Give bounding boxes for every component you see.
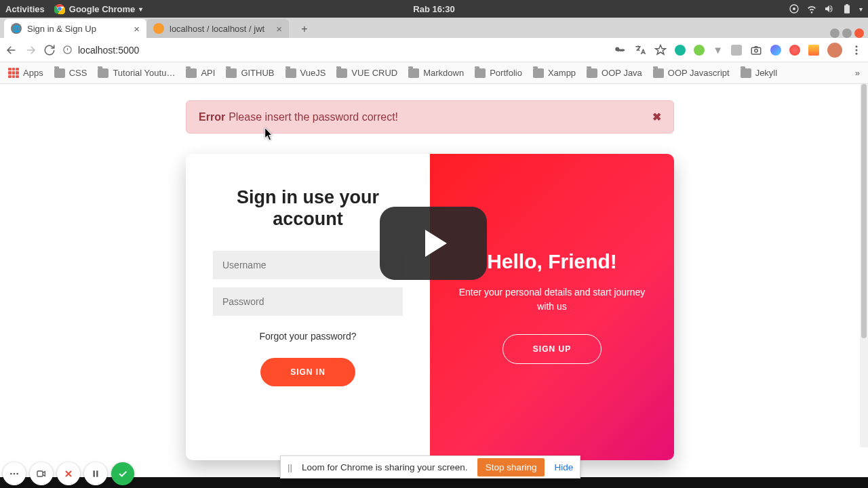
bookmark-folder[interactable]: Jekyll (741, 68, 778, 78)
loom-done-button[interactable] (111, 462, 134, 485)
scrollbar-thumb[interactable] (861, 84, 867, 338)
video-play-button[interactable] (380, 207, 487, 280)
camera-icon[interactable] (750, 44, 762, 56)
vertical-scrollbar[interactable] (860, 84, 868, 447)
minimize-icon[interactable] (830, 28, 840, 38)
folder-icon (741, 68, 751, 78)
folder-icon (533, 68, 544, 78)
chrome-tray-icon[interactable] (789, 3, 800, 14)
bookmark-folder[interactable]: VUE CRUD (336, 68, 397, 78)
bookmark-folder[interactable]: API (186, 68, 215, 78)
folder-icon (408, 68, 419, 78)
extension-icon[interactable] (770, 45, 781, 56)
address-bar[interactable]: localhost:5000 (62, 45, 607, 56)
alert-title: Error (199, 111, 225, 123)
signup-button[interactable]: SIGN UP (502, 334, 601, 364)
new-tab-button[interactable]: + (296, 20, 313, 38)
drag-handle-icon[interactable]: || (288, 462, 292, 472)
svg-point-11 (14, 473, 16, 475)
share-message: Loom for Chrome is sharing your screen. (302, 462, 468, 472)
globe-icon: 🌐 (11, 23, 22, 34)
tab-strip: 🌐 Sign in & Sign Up × localhost / localh… (0, 18, 868, 38)
battery-icon[interactable] (842, 3, 852, 14)
svg-rect-13 (37, 471, 43, 476)
toolbar: localhost:5000 ▼ (0, 38, 868, 62)
bookmark-folder[interactable]: Markdown (408, 68, 464, 78)
profile-avatar[interactable] (827, 43, 842, 58)
loom-camera-button[interactable] (30, 462, 53, 485)
forward-icon[interactable] (24, 44, 37, 56)
password-input[interactable] (213, 287, 403, 316)
folder-icon (336, 68, 347, 78)
screen-share-bar: || Loom for Chrome is sharing your scree… (280, 455, 580, 479)
loom-controls (3, 462, 134, 485)
bookmark-folder[interactable]: VueJS (285, 68, 326, 78)
forgot-password-link[interactable]: Forgot your password? (213, 331, 403, 342)
tab-signin[interactable]: 🌐 Sign in & Sign Up × (4, 19, 146, 38)
key-icon[interactable] (614, 44, 626, 56)
bookmark-folder[interactable]: Tutorial Youtu… (98, 68, 175, 78)
folder-icon (653, 68, 664, 78)
reload-icon[interactable] (43, 44, 56, 56)
menu-icon[interactable] (850, 44, 863, 56)
signin-button[interactable]: SIGN IN (260, 358, 355, 386)
translate-icon[interactable] (634, 44, 646, 56)
phpmyadmin-icon (153, 23, 164, 34)
alert-message: Please insert the password correct! (229, 111, 398, 123)
stop-sharing-button[interactable]: Stop sharing (477, 458, 545, 476)
clock[interactable]: Rab 16:30 (413, 4, 454, 14)
power-menu-icon[interactable]: ▾ (859, 5, 863, 13)
bookmark-folder[interactable]: Xampp (533, 68, 576, 78)
page-viewport: Error Please insert the password correct… (0, 84, 860, 488)
tab-phpmyadmin[interactable]: localhost / localhost / jwt × (146, 19, 289, 38)
bookmarks-overflow-icon[interactable]: » (855, 68, 860, 78)
bookmark-folder[interactable]: OOP Java (587, 68, 642, 78)
bookmarks-bar: Apps CSS Tutorial Youtu… API GITHUB VueJ… (0, 62, 868, 84)
signin-panel: Sign in use your account Forgot your pas… (186, 154, 430, 460)
close-tab-icon[interactable]: × (134, 23, 140, 35)
svg-point-8 (856, 49, 858, 51)
loom-cancel-button[interactable] (57, 462, 80, 485)
play-icon (425, 230, 447, 257)
apps-icon (8, 68, 19, 79)
extension-icon[interactable] (731, 45, 742, 56)
svg-rect-14 (94, 470, 95, 476)
maximize-icon[interactable] (842, 28, 852, 38)
close-window-icon[interactable] (854, 28, 864, 38)
bookmark-folder[interactable]: CSS (54, 68, 87, 78)
extension-icon[interactable] (675, 45, 686, 56)
site-info-icon[interactable] (62, 45, 73, 55)
close-tab-icon[interactable]: × (276, 23, 282, 35)
loom-more-button[interactable] (3, 462, 26, 485)
hide-share-bar-button[interactable]: Hide (554, 462, 573, 472)
extension-icon[interactable] (694, 45, 705, 56)
svg-point-7 (856, 45, 858, 47)
volume-icon[interactable] (824, 3, 835, 14)
bookmark-folder[interactable]: GITHUB (226, 68, 274, 78)
apps-button[interactable]: Apps (8, 68, 43, 79)
folder-icon (285, 68, 296, 78)
loom-pause-button[interactable] (84, 462, 107, 485)
wifi-icon[interactable] (806, 3, 817, 14)
svg-point-3 (793, 7, 795, 10)
desktop-top-bar: Activities Google Chrome ▾ Rab 16:30 ▾ (0, 0, 868, 18)
signup-text: Enter your personal details and start jo… (453, 285, 651, 314)
folder-icon (186, 68, 197, 78)
activities-button[interactable]: Activities (5, 4, 45, 14)
svg-point-12 (16, 473, 18, 475)
folder-icon (98, 68, 108, 78)
svg-rect-15 (96, 470, 98, 476)
loom-extension-icon[interactable] (789, 45, 800, 56)
extension-icon[interactable]: ▼ (713, 44, 723, 56)
tab-title: Sign in & Sign Up (27, 24, 96, 34)
extension-icon[interactable] (808, 45, 819, 56)
bookmark-folder[interactable]: OOP Javascript (653, 68, 730, 78)
alert-close-icon[interactable]: ✖ (652, 110, 661, 123)
star-icon[interactable] (654, 44, 667, 56)
app-menu[interactable]: Google Chrome ▾ (54, 3, 143, 14)
back-icon[interactable] (5, 44, 18, 56)
username-input[interactable] (213, 251, 403, 279)
svg-point-10 (10, 473, 12, 475)
folder-icon (475, 68, 486, 78)
bookmark-folder[interactable]: Portfolio (475, 68, 522, 78)
